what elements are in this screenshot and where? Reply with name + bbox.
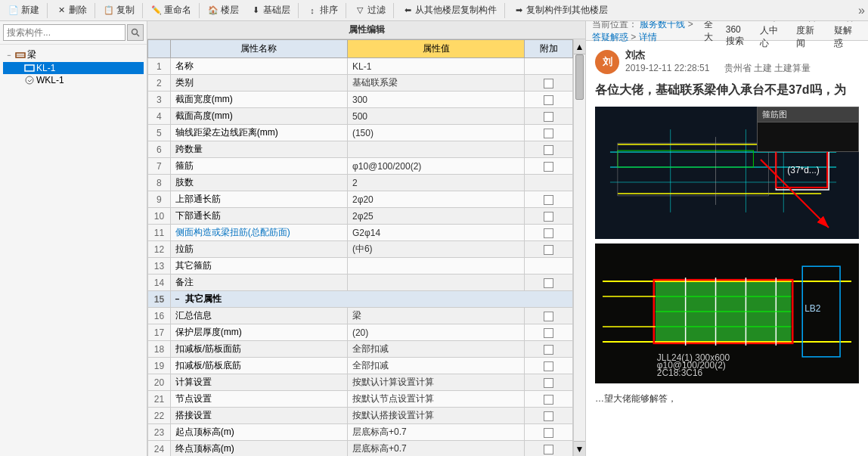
section-toggle[interactable]: − [175,295,180,303]
more-button[interactable]: » [858,4,865,17]
prop-val[interactable]: 层底标高+0.7 [347,424,524,441]
row-num: 22 [148,408,171,424]
table-row[interactable]: 5 轴线距梁左边线距离(mm) (150) [148,125,573,141]
checkbox[interactable] [544,79,553,88]
prop-val[interactable]: 按默认搭接设置计算 [347,408,524,424]
prop-val[interactable]: 梁 [347,308,524,324]
checkbox[interactable] [544,395,553,405]
copy-button[interactable]: 📋 复制 [98,2,139,19]
table-row[interactable]: 8 肢数 2 [148,175,573,191]
prop-val[interactable]: 全部扣减 [347,358,524,374]
layer-button[interactable]: 🏠 楼层 [203,2,243,19]
table-row[interactable]: 9 上部通长筋 2φ20 [148,191,573,208]
search-button[interactable] [127,24,144,41]
table-row[interactable]: 3 截面宽度(mm) 300 [148,92,573,108]
prop-val[interactable] [347,258,524,275]
table-row[interactable]: 23 起点顶标高(m) 层底标高+0.7 [148,424,573,441]
table-row[interactable]: 15 − 其它属性 [148,291,573,308]
attr-scrollbar[interactable]: ▲ ▼ [573,39,585,456]
prop-val[interactable]: G2φ14 [347,225,524,241]
prop-add [525,275,573,291]
prop-val[interactable]: KL-1 [347,58,524,75]
attr-table-container[interactable]: 属性名称 属性值 附加 1 名称 KL-1 2 类别 基础联系梁 3 截面宽度(… [147,39,573,456]
checkbox[interactable] [544,361,553,371]
prop-val[interactable]: 层底标高+0.7 [347,441,524,457]
prop-name: 搭接设置 [170,408,347,424]
checkbox[interactable] [544,145,553,155]
prop-val[interactable]: (20) [347,324,524,341]
table-row[interactable]: 11 侧面构造或梁扭筋(总配筋面) G2φ14 [148,225,573,241]
table-row[interactable]: 13 其它箍筋 [148,258,573,275]
checkbox[interactable] [544,129,553,138]
attr-panel: 属性编辑 属性名称 属性值 附加 1 名称 KL-1 [147,21,586,456]
table-row[interactable]: 6 跨数量 [148,141,573,158]
table-row[interactable]: 24 终点顶标高(m) 层底标高+0.7 [148,441,573,457]
prop-val[interactable]: (中6) [347,241,524,258]
checkbox[interactable] [544,112,553,122]
copy-to-button[interactable]: ➡ 复制构件到其他楼层 [508,2,612,19]
prop-val[interactable]: 按默认计算设置计算 [347,374,524,391]
prop-val[interactable]: 2φ25 [347,208,524,225]
scrollbar-track[interactable] [574,54,585,441]
table-row[interactable]: 16 汇总信息 梁 [148,308,573,324]
checkbox[interactable] [544,378,553,388]
tree-toggle-beam[interactable]: − [5,51,14,60]
table-row[interactable]: 1 名称 KL-1 [148,58,573,75]
checkbox[interactable] [544,411,553,421]
prop-val[interactable]: 按默认节点设置计算 [347,391,524,408]
table-row[interactable]: 14 备注 [148,275,573,291]
base-layer-button[interactable]: ⬇ 基础层 [245,2,295,19]
checkbox[interactable] [544,445,553,454]
copy-from-button[interactable]: ⬅ 从其他楼层复制构件 [397,2,501,19]
rename-button[interactable]: ✏️ 重命名 [146,2,196,19]
prop-val[interactable]: 2φ20 [347,191,524,208]
scroll-down-button[interactable]: ▼ [574,441,585,456]
prop-add [525,191,573,208]
prop-val[interactable]: 基础联系梁 [347,75,524,92]
table-row[interactable]: 17 保护层厚度(mm) (20) [148,324,573,341]
breadcrumb-link-1[interactable]: 服务数十线 [640,21,685,29]
section-label: − 其它属性 [170,291,572,308]
scrollbar-thumb[interactable] [575,54,584,100]
checkbox[interactable] [544,212,553,222]
checkbox[interactable] [544,428,553,438]
prop-add [525,441,573,457]
tree-node-kl1[interactable]: KL-1 [3,62,144,74]
filter-button[interactable]: ▽ 过滤 [349,2,390,19]
table-row[interactable]: 18 扣减板/筋板面筋 全部扣减 [148,341,573,358]
prop-val[interactable] [347,141,524,158]
article-area[interactable]: 刘 刘杰 2019-12-11 22:28:51 贵州省 土建 土建算量 各位大… [586,41,868,456]
new-button[interactable]: 📄 新建 [3,2,44,19]
prop-val[interactable]: 2 [347,175,524,191]
tree-node-wkl1[interactable]: WKL-1 [3,74,144,86]
checkbox[interactable] [544,278,553,288]
table-row[interactable]: 22 搭接设置 按默认搭接设置计算 [148,408,573,424]
table-row[interactable]: 19 扣减板/筋板底筋 全部扣减 [148,358,573,374]
prop-val[interactable] [347,275,524,291]
table-row[interactable]: 20 计算设置 按默认计算设置计算 [148,374,573,391]
checkbox[interactable] [544,312,553,321]
tree-node-beam[interactable]: − 梁 [3,48,144,62]
prop-val[interactable]: 全部扣减 [347,341,524,358]
checkbox[interactable] [544,245,553,255]
prop-val[interactable]: φ10@100/200(2) [347,158,524,175]
table-row[interactable]: 7 箍筋 φ10@100/200(2) [148,158,573,175]
table-row[interactable]: 12 拉筋 (中6) [148,241,573,258]
table-row[interactable]: 4 截面高度(mm) 500 [148,108,573,125]
checkbox[interactable] [544,195,553,205]
delete-button[interactable]: ✕ 删除 [51,2,91,19]
scroll-up-button[interactable]: ▲ [574,39,585,54]
sort-button[interactable]: ↕ 排序 [302,2,343,19]
checkbox[interactable] [544,95,553,105]
prop-val[interactable]: 500 [347,108,524,125]
table-row[interactable]: 10 下部通长筋 2φ25 [148,208,573,225]
checkbox[interactable] [544,345,553,355]
search-input[interactable] [3,24,126,41]
prop-val[interactable]: (150) [347,125,524,141]
checkbox[interactable] [544,328,553,338]
checkbox[interactable] [544,162,553,172]
prop-val[interactable]: 300 [347,92,524,108]
table-row[interactable]: 21 节点设置 按默认节点设置计算 [148,391,573,408]
checkbox[interactable] [544,228,553,238]
table-row[interactable]: 2 类别 基础联系梁 [148,75,573,92]
